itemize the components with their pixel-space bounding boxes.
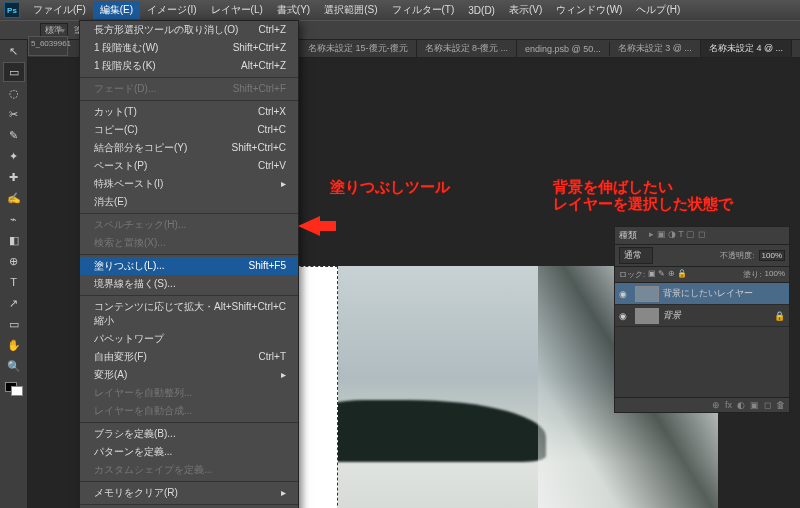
layer-thumbnail	[635, 286, 659, 302]
menu-edit[interactable]: 編集(E)	[93, 1, 140, 19]
annotation-layer: 背景を伸ばしたい レイヤーを選択した状態で	[553, 178, 733, 212]
tool-palette: ↖ ▭ ◌ ✂ ✎ ✦ ✚ ✍ ⌁ ◧ ⊕ T ↗ ▭ ✋ 🔍	[0, 40, 28, 508]
layer-name: 背景にしたいレイヤー	[663, 287, 753, 300]
layer-row[interactable]: ◉ 背景 🔒	[615, 305, 789, 327]
menu-item[interactable]: 境界線を描く(S)...	[80, 275, 298, 293]
eyedropper-tool[interactable]: ✎	[3, 125, 25, 145]
trash-icon[interactable]: 🗑	[776, 400, 785, 410]
brush-tool[interactable]: ✚	[3, 167, 25, 187]
link-icon[interactable]: ⊕	[712, 400, 720, 410]
menu-item[interactable]: コピー(C)Ctrl+C	[80, 121, 298, 139]
menu-item[interactable]: 変形(A)▸	[80, 366, 298, 384]
lasso-tool[interactable]: ◌	[3, 83, 25, 103]
opacity-value[interactable]: 100%	[759, 250, 785, 261]
zoom-tool[interactable]: 🔍	[3, 356, 25, 376]
menu-item[interactable]: 1 段階戻る(K)Alt+Ctrl+Z	[80, 57, 298, 75]
layer-thumbnail	[635, 308, 659, 324]
menu-3d[interactable]: 3D(D)	[461, 3, 502, 18]
mask-icon[interactable]: ◐	[737, 400, 745, 410]
blend-mode-dropdown[interactable]: 通常	[619, 247, 653, 264]
menu-view[interactable]: 表示(V)	[502, 1, 549, 19]
opacity-label: 不透明度:	[720, 250, 754, 261]
ruler-readout: 5_6039961	[28, 36, 68, 56]
menu-item[interactable]: 結合部分をコピー(Y)Shift+Ctrl+C	[80, 139, 298, 157]
menu-item[interactable]: パターンを定義...	[80, 443, 298, 461]
hand-tool[interactable]: ✋	[3, 335, 25, 355]
menu-select[interactable]: 選択範囲(S)	[317, 1, 384, 19]
fx-icon[interactable]: fx	[725, 400, 732, 410]
lock-label: ロック:	[619, 269, 645, 280]
color-swatch[interactable]	[5, 382, 23, 396]
layers-panel: 種類 ▸ ▣ ◑ T ▢ ◻ 通常 不透明度: 100% ロック: ▣ ✎ ⊕ …	[614, 226, 790, 413]
menu-item[interactable]: 自由変形(F)Ctrl+T	[80, 348, 298, 366]
menu-item: カスタムシェイプを定義...	[80, 461, 298, 479]
heal-tool[interactable]: ✦	[3, 146, 25, 166]
menu-item: スペルチェック(H)...	[80, 216, 298, 234]
menu-item[interactable]: 塗りつぶし(L)...Shift+F5	[80, 257, 298, 275]
crop-tool[interactable]: ✂	[3, 104, 25, 124]
visibility-icon[interactable]: ◉	[619, 311, 631, 321]
app-icon: Ps	[4, 2, 20, 18]
dodge-tool[interactable]: ⊕	[3, 251, 25, 271]
menu-item[interactable]: 1 段階進む(W)Shift+Ctrl+Z	[80, 39, 298, 57]
fill-opacity-value[interactable]: 100%	[765, 269, 785, 280]
arrow-left-icon	[298, 216, 320, 236]
move-tool[interactable]: ↖	[3, 41, 25, 61]
doc-tab[interactable]: 名称未設定 8-復元 ...	[417, 40, 518, 57]
menu-item[interactable]: カット(T)Ctrl+X	[80, 103, 298, 121]
menu-window[interactable]: ウィンドウ(W)	[549, 1, 629, 19]
menu-item[interactable]: ペースト(P)Ctrl+V	[80, 157, 298, 175]
menu-item[interactable]: コンテンツに応じて拡大・縮小Alt+Shift+Ctrl+C	[80, 298, 298, 330]
menu-item: 検索と置換(X)...	[80, 234, 298, 252]
gradient-tool[interactable]: ◧	[3, 230, 25, 250]
edit-menu-dropdown: 長方形選択ツールの取り消し(O)Ctrl+Z1 段階進む(W)Shift+Ctr…	[79, 20, 299, 508]
menu-bar: Ps ファイル(F) 編集(E) イメージ(I) レイヤー(L) 書式(Y) 選…	[0, 0, 800, 20]
new-layer-icon[interactable]: ◻	[764, 400, 771, 410]
menu-item[interactable]: パペットワープ	[80, 330, 298, 348]
menu-item[interactable]: ブラシを定義(B)...	[80, 425, 298, 443]
menu-filter[interactable]: フィルター(T)	[385, 1, 462, 19]
menu-item: レイヤーを自動整列...	[80, 384, 298, 402]
menu-item: フェード(D)...Shift+Ctrl+F	[80, 80, 298, 98]
menu-layer[interactable]: レイヤー(L)	[204, 1, 270, 19]
shape-tool[interactable]: ▭	[3, 314, 25, 334]
lock-icon: 🔒	[774, 311, 785, 321]
type-tool[interactable]: T	[3, 272, 25, 292]
layers-filter-label[interactable]: 種類	[619, 229, 637, 242]
menu-type[interactable]: 書式(Y)	[270, 1, 317, 19]
menu-item[interactable]: 特殊ペースト(I)▸	[80, 175, 298, 193]
layer-row-selected[interactable]: ◉ 背景にしたいレイヤー	[615, 283, 789, 305]
path-tool[interactable]: ↗	[3, 293, 25, 313]
menu-file[interactable]: ファイル(F)	[26, 1, 93, 19]
layer-name: 背景	[663, 309, 681, 322]
fill-opacity-label: 塗り:	[743, 269, 761, 280]
menu-item[interactable]: 消去(E)	[80, 193, 298, 211]
stamp-tool[interactable]: ✍	[3, 188, 25, 208]
menu-help[interactable]: ヘルプ(H)	[629, 1, 687, 19]
doc-tab[interactable]: ending.psb @ 50...	[517, 42, 610, 56]
eraser-tool[interactable]: ⌁	[3, 209, 25, 229]
doc-tab[interactable]: 名称未設定 15-復元-復元	[300, 40, 417, 57]
visibility-icon[interactable]: ◉	[619, 289, 631, 299]
mode-dropdown[interactable]: 標準▾	[40, 24, 68, 37]
doc-tab[interactable]: 名称未設定 3 @ ...	[610, 40, 701, 57]
marquee-tool[interactable]: ▭	[3, 62, 25, 82]
menu-item[interactable]: 長方形選択ツールの取り消し(O)Ctrl+Z	[80, 21, 298, 39]
menu-item[interactable]: メモリをクリア(R)▸	[80, 484, 298, 502]
doc-tab[interactable]: 名称未設	[792, 40, 800, 57]
layers-footer: ⊕ fx ◐ ▣ ◻ 🗑	[615, 397, 789, 412]
annotation-fill: 塗りつぶしツール	[330, 178, 450, 197]
menu-item: レイヤーを自動合成...	[80, 402, 298, 420]
menu-image[interactable]: イメージ(I)	[140, 1, 203, 19]
doc-tab-active[interactable]: 名称未設定 4 @ ...	[701, 40, 792, 57]
adjustment-icon[interactable]: ▣	[750, 400, 759, 410]
